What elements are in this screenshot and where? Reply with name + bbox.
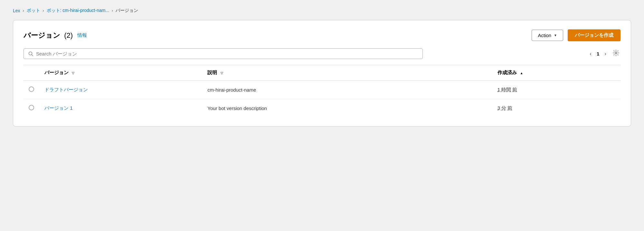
search-input[interactable] — [36, 51, 418, 56]
breadcrumb-bot-detail[interactable]: ボット: cm-hirai-product-nam... — [47, 8, 109, 14]
row2-select-cell — [24, 99, 39, 117]
svg-point-2 — [615, 52, 617, 54]
row1-description-cell: cm-hirai-product-name — [202, 81, 492, 99]
header-actions: Action ▼ バージョンを作成 — [532, 29, 620, 41]
row2-created-cell: 3 分 前 — [492, 99, 620, 117]
pagination-controls: ‹ 1 › — [588, 49, 620, 58]
row2-radio[interactable] — [29, 105, 34, 110]
breadcrumb-sep-3: › — [112, 8, 113, 13]
dropdown-arrow-icon: ▼ — [554, 34, 557, 37]
description-sort-icon: ▽ — [221, 71, 223, 75]
gear-icon — [613, 50, 619, 56]
versions-table: バージョン ▽ 説明 ▽ 作成済み ▲ ドラフトバージョン — [24, 65, 620, 117]
breadcrumb-current: バージョン — [116, 8, 138, 14]
card-header: バージョン (2) 情報 Action ▼ バージョンを作成 — [24, 29, 620, 41]
svg-line-1 — [32, 55, 33, 56]
row2-version-link[interactable]: バージョン 1 — [44, 105, 73, 111]
breadcrumb-sep-2: › — [43, 8, 44, 13]
row1-created-cell: 1 時間 前 — [492, 81, 620, 99]
breadcrumb-bots[interactable]: ボット — [27, 8, 40, 14]
next-page-button[interactable]: › — [602, 50, 608, 58]
row1-version-cell: ドラフトバージョン — [39, 81, 202, 99]
search-input-wrap — [24, 48, 423, 59]
row2-version-cell: バージョン 1 — [39, 99, 202, 117]
search-row: ‹ 1 › — [24, 48, 620, 59]
table-header-row: バージョン ▽ 説明 ▽ 作成済み ▲ — [24, 65, 620, 81]
row1-select-cell — [24, 81, 39, 99]
prev-page-button[interactable]: ‹ — [588, 50, 593, 58]
row2-description-cell: Your bot version description — [202, 99, 492, 117]
created-sort-icon: ▲ — [520, 71, 523, 75]
col-header-select — [24, 65, 39, 81]
search-icon — [28, 51, 33, 56]
row1-version-link[interactable]: ドラフトバージョン — [44, 87, 88, 92]
breadcrumb-sep-1: › — [23, 8, 24, 13]
action-button[interactable]: Action ▼ — [532, 30, 563, 41]
col-header-created[interactable]: 作成済み ▲ — [492, 65, 620, 81]
card-title-group: バージョン (2) 情報 — [24, 31, 87, 40]
table-row: ドラフトバージョン cm-hirai-product-name 1 時間 前 — [24, 81, 620, 99]
breadcrumb-lex[interactable]: Lex — [13, 8, 20, 13]
row1-radio[interactable] — [29, 86, 34, 92]
table-row: バージョン 1 Your bot version description 3 分… — [24, 99, 620, 117]
breadcrumb: Lex › ボット › ボット: cm-hirai-product-nam...… — [13, 8, 631, 14]
table-settings-button[interactable] — [611, 49, 620, 58]
page-title: バージョン (2) — [24, 31, 73, 40]
info-link[interactable]: 情報 — [77, 32, 87, 38]
create-version-button[interactable]: バージョンを作成 — [568, 29, 620, 41]
version-sort-icon: ▽ — [72, 71, 74, 75]
col-header-description[interactable]: 説明 ▽ — [202, 65, 492, 81]
page-number: 1 — [597, 51, 599, 56]
col-header-version[interactable]: バージョン ▽ — [39, 65, 202, 81]
main-card: バージョン (2) 情報 Action ▼ バージョンを作成 ‹ 1 › — [13, 20, 631, 126]
